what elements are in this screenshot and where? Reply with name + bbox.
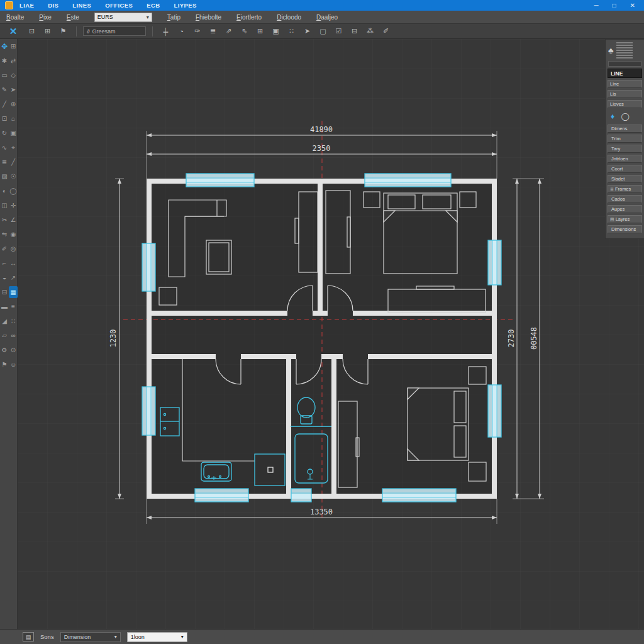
rotate-icon[interactable]: ↻ (0, 127, 9, 139)
donut-icon[interactable]: ◎ (9, 243, 18, 255)
list-icon[interactable]: ≣ (206, 25, 219, 37)
titlebar-menu-item[interactable]: DIS (48, 2, 58, 9)
line-tool-icon[interactable]: ╱ (0, 98, 9, 110)
move-tool-icon[interactable]: ✥ (0, 40, 9, 52)
layers-icon[interactable]: ⊟ (348, 25, 361, 37)
spline-icon[interactable]: ∿ (0, 142, 9, 153)
titlebar-menu-item[interactable]: ECB (147, 2, 160, 9)
titlebar-menu-item[interactable]: LIYPES (174, 2, 197, 9)
import-icon[interactable]: ⇖ (238, 25, 251, 37)
wedge-icon[interactable]: ◢ (0, 315, 9, 327)
grid-icon[interactable]: ⊞ (41, 25, 54, 37)
nodes-icon[interactable]: ∷ (285, 25, 298, 37)
sheet-icon[interactable]: ▱ (0, 330, 9, 341)
ellipse-icon[interactable]: ◉ (9, 228, 18, 240)
menu-item[interactable]: Eiortlerto (236, 14, 262, 21)
fill-icon[interactable]: ◒ (0, 272, 9, 284)
menu-item[interactable]: Boalte (6, 14, 24, 21)
hatch-icon[interactable]: ▨ (0, 170, 9, 182)
diamond-tool-icon[interactable]: ◇ (9, 69, 18, 81)
list-tool-icon[interactable]: ≣ (0, 156, 9, 168)
droplet-icon[interactable]: ♦ (611, 112, 614, 121)
panel-button[interactable]: Dimensions (608, 225, 642, 233)
textbox-icon[interactable]: ⊟ (0, 286, 9, 298)
gear-icon[interactable]: ⚙ (0, 344, 9, 356)
flag-icon[interactable]: ⚑ (57, 25, 70, 37)
rectangle-tool-icon[interactable]: ▭ (0, 69, 9, 81)
link-icon[interactable]: ∞ (9, 330, 18, 341)
table-icon[interactable]: ⊞ (253, 25, 267, 37)
panel-button[interactable]: Cados (608, 195, 642, 203)
panel-button[interactable]: Siadet (608, 175, 642, 183)
titlebar-menu-item[interactable]: LINES (72, 2, 91, 9)
align-icon[interactable]: ≡ (9, 301, 18, 313)
blocks-icon[interactable]: ▦ (9, 286, 18, 298)
pen-tool-icon[interactable]: ✎ (0, 84, 9, 96)
panel-item[interactable]: Lioves (608, 100, 642, 108)
node-edit-icon[interactable]: ✱ (0, 55, 9, 67)
cursor-icon[interactable]: ➤ (301, 25, 314, 37)
mirror-icon[interactable]: ⇋ (0, 228, 9, 240)
panel-button[interactable]: Dimens (608, 125, 642, 133)
check-icon[interactable]: ☑ (332, 25, 345, 37)
contrast-icon[interactable]: ◐ (0, 185, 9, 197)
leader-icon[interactable]: ↗ (9, 272, 18, 284)
slash-icon[interactable]: ╱ (9, 156, 18, 168)
face-icon[interactable]: ☺ (9, 358, 18, 370)
ruler-icon[interactable]: ▬ (0, 301, 9, 313)
titlebar-menu-item[interactable]: OFFICES (105, 2, 133, 9)
sun-icon[interactable]: ☉ (9, 170, 18, 182)
arrow-tool-icon[interactable]: ➤ (9, 84, 18, 96)
menu-item[interactable]: Este (67, 14, 79, 21)
minimize-button[interactable]: ─ (594, 2, 598, 9)
circle-plus-icon[interactable]: ⊕ (9, 98, 18, 110)
scissors-icon[interactable]: ✂ (0, 214, 9, 226)
eraser-icon[interactable]: ◫ (0, 199, 9, 211)
panel-item[interactable]: Lis (608, 90, 642, 98)
menu-item[interactable]: Pixe (39, 14, 51, 21)
angle-icon[interactable]: ∠ (9, 214, 18, 226)
maximize-button[interactable]: □ (613, 2, 616, 9)
pin-icon[interactable]: ✑ (191, 25, 204, 37)
dots-icon[interactable]: ∷ (9, 315, 18, 327)
panel-button[interactable]: Jntrioen (608, 155, 642, 163)
line-tool-selected[interactable]: LINE (608, 69, 642, 78)
pencil-icon[interactable]: ✐ (0, 243, 9, 255)
frame-icon[interactable]: ▣ (269, 25, 282, 37)
clipboard-icon[interactable]: ⊡ (0, 113, 9, 125)
group-icon[interactable]: ⁂ (364, 25, 377, 37)
flag-tool-icon[interactable]: ⚑ (0, 358, 9, 370)
circle-tool-icon[interactable]: ◯ (9, 185, 18, 197)
snap-toggle-icon[interactable]: ▤ (23, 632, 34, 641)
target-icon[interactable]: ⊙ (9, 344, 18, 356)
paste-icon[interactable]: ⊡ (25, 25, 38, 37)
units-dropdown[interactable]: EURS ▾ (94, 13, 152, 22)
corner-icon[interactable]: ⌐ (0, 257, 9, 269)
command-field[interactable]: ∂ Greesam (83, 26, 146, 36)
axis-icon[interactable]: ╪ (159, 25, 172, 37)
home-icon[interactable]: ⌂ (9, 113, 18, 125)
panel-button[interactable]: Coort (608, 165, 642, 173)
panel-button[interactable]: ▤ Layres (608, 215, 642, 223)
snap-icon[interactable]: ⌖ (9, 142, 18, 153)
panel-button[interactable]: ≣ Frames (608, 185, 642, 193)
menu-item[interactable]: Dicloodo (277, 14, 301, 21)
circle-tool-icon[interactable]: ◯ (621, 112, 629, 121)
panel-button[interactable]: Trim (608, 135, 642, 143)
menu-item[interactable]: Tatip (167, 14, 180, 21)
titlebar-menu-item[interactable]: LIAE (19, 2, 34, 9)
close-button[interactable]: ✕ (630, 2, 635, 9)
menu-item[interactable]: Daaljeo (316, 14, 338, 21)
export-icon[interactable]: ⇗ (222, 25, 235, 37)
dimension-dropdown[interactable]: Dimension ▾ (60, 632, 121, 642)
swap-icon[interactable]: ⇄ (9, 55, 18, 67)
monitor-icon[interactable]: ▣ (9, 127, 18, 139)
panel-button[interactable]: Tary (608, 145, 642, 153)
layout-grid-icon[interactable]: ⊞ (9, 40, 18, 52)
zoom-dropdown[interactable]: 1loon ▾ (127, 632, 187, 642)
crosshair-icon[interactable]: ✛ (9, 199, 18, 211)
feather-icon[interactable]: ✐ (379, 25, 392, 37)
panel-item[interactable]: Line (608, 80, 642, 88)
dimension-icon[interactable]: ↔ (9, 257, 18, 269)
menu-item[interactable]: Fhiebolte (196, 14, 221, 21)
